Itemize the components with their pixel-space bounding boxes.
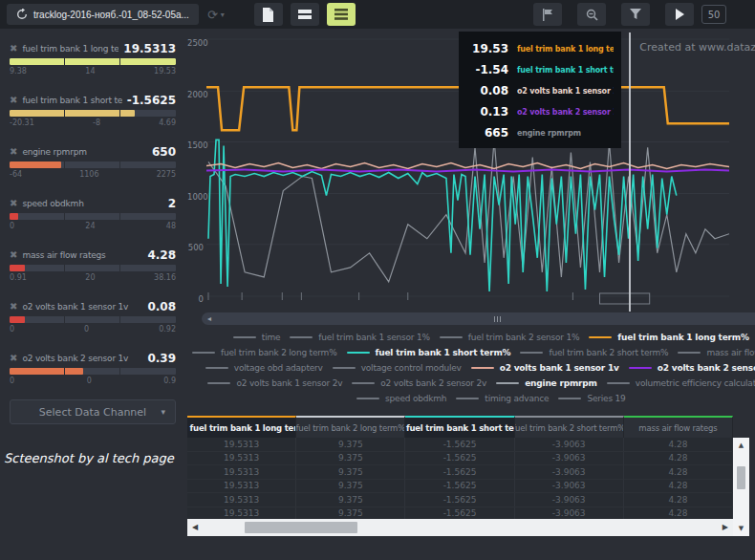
filter-button[interactable] <box>621 3 650 26</box>
scroll-grip-handle[interactable] <box>494 316 501 322</box>
y-axis-left-tick: 2500 <box>187 38 204 48</box>
channel-card-engine-rpm: ✖ engine rpmrpm 650 -6411062275 <box>10 140 176 180</box>
series-swatch <box>290 336 313 338</box>
chart-range-scrollbar[interactable]: ◂ ▸ <box>202 312 755 325</box>
select-data-channel-dropdown[interactable]: Select Data Channel ▾ <box>10 399 176 424</box>
table-horizontal-scrollbar[interactable]: ◀ ▶ <box>187 519 733 536</box>
legend-item[interactable]: o2 volts bank 1 sensor 1v <box>471 363 619 373</box>
scale-max: 38.16 <box>154 273 176 282</box>
column-header[interactable]: fuel trim bank 2 short term% <box>515 416 624 438</box>
close-icon[interactable]: ✖ <box>10 302 17 312</box>
series-swatch <box>347 352 370 354</box>
scroll-up-icon[interactable]: ▲ <box>739 438 744 453</box>
channel-card-o2-b2s1: ✖ o2 volts bank 2 sensor 1v 0.39 000.9 <box>10 346 176 386</box>
scroll-down-icon[interactable]: ▼ <box>739 521 744 536</box>
y-axis-left-tick: 0 <box>187 294 204 304</box>
legend-item[interactable]: speed obdkmh <box>356 394 446 403</box>
tooltip-label: o2 volts bank 2 sensor 1v <box>517 108 614 117</box>
channel-gauge <box>10 213 176 220</box>
scale-min: -64 <box>10 170 22 179</box>
legend-item[interactable]: fuel trim bank 2 sensor 1% <box>440 333 580 342</box>
scale-min: 0 <box>10 325 14 334</box>
filter-icon <box>630 9 641 20</box>
gauge-fill <box>10 265 25 271</box>
watermark-text: Scteenshot by al tech page <box>4 451 187 465</box>
channel-gauge <box>10 265 176 271</box>
column-header[interactable]: ✔fuel trim bank 1 long ter... <box>187 416 296 438</box>
report-view-button[interactable] <box>254 3 283 26</box>
created-at-text: Created at www.datazap.me <box>639 41 755 54</box>
zoom-out-button[interactable] <box>577 3 606 26</box>
close-icon[interactable]: ✖ <box>10 354 17 363</box>
series-swatch <box>192 352 215 354</box>
flag-button[interactable] <box>533 3 562 26</box>
tooltip-label: o2 volts bank 1 sensor 1v <box>517 87 614 96</box>
legend-item[interactable]: o2 volts bank 2 sensor 2v <box>352 378 486 388</box>
scale-min: 0.91 <box>10 273 27 282</box>
series-swatch <box>589 336 612 338</box>
channel-card-maf: ✖ mass air flow rategs 4.28 0.912038.16 <box>10 243 176 283</box>
tooltip-value: 0.13 <box>464 105 508 118</box>
legend-item[interactable]: fuel trim bank 1 short term% <box>347 348 511 357</box>
play-button[interactable] <box>665 3 694 26</box>
legend-item[interactable]: time <box>233 333 281 342</box>
series-swatch <box>496 382 519 384</box>
series-swatch <box>233 336 256 338</box>
sidebar: ✖ fuel trim bank 1 long term% 19.5313 9.… <box>0 29 187 560</box>
close-icon[interactable]: ✖ <box>10 147 17 157</box>
legend-item[interactable]: fuel trim bank 2 short term% <box>520 348 668 357</box>
close-icon[interactable]: ✖ <box>10 96 17 105</box>
data-view-button[interactable] <box>327 3 356 26</box>
legend-item[interactable]: fuel trim bank 1 sensor 1% <box>290 333 430 342</box>
scroll-left-icon[interactable]: ◂ <box>202 315 217 323</box>
vertical-scroll-thumb[interactable] <box>737 466 745 489</box>
log-title-button[interactable]: tracklog-2016-нояб.-01_08-52-05a... <box>7 4 199 25</box>
legend-item[interactable]: mass air flow rategs <box>678 348 755 357</box>
table-vertical-scrollbar[interactable]: ▲ ▼ <box>733 438 749 536</box>
scroll-right-icon[interactable]: ▶ <box>723 524 728 531</box>
legend-item[interactable]: o2 volts bank 2 sensor 1v <box>629 363 755 373</box>
series-o2-bank2 <box>206 170 729 172</box>
legend-item[interactable]: fuel trim bank 2 long term% <box>192 348 337 357</box>
series-swatch <box>456 398 479 399</box>
table-row: 19.53139.375-1.5625-3.90634.28 <box>187 465 733 480</box>
series-swatch <box>520 352 543 354</box>
column-header[interactable]: mass air flow rategs <box>624 416 733 438</box>
scale-mid: -8 <box>93 118 100 127</box>
column-header[interactable]: fuel trim bank 2 long term% <box>296 416 405 438</box>
legend-item[interactable]: voltage control modulev <box>333 363 462 373</box>
close-icon[interactable]: ✖ <box>10 250 17 260</box>
list-view-button[interactable] <box>291 3 319 26</box>
chart[interactable]: 2500 2000 1500 1000 500 0 20 10 0 -10 -2… <box>187 29 755 317</box>
channel-label: o2 volts bank 2 sensor 1v <box>22 354 142 363</box>
page-size-input[interactable]: 50 <box>701 5 726 24</box>
scale-max: 4.69 <box>159 118 176 127</box>
horizontal-scroll-thumb[interactable] <box>245 522 357 533</box>
legend-item[interactable]: timing advance <box>456 394 549 403</box>
refresh-button[interactable]: ⟳ ▾ <box>199 8 233 22</box>
select-data-channel-label: Select Data Channel <box>39 406 146 419</box>
channel-label: speed obdkmh <box>22 199 162 208</box>
legend-item[interactable]: o2 volts bank 1 sensor 2v <box>207 378 342 388</box>
tooltip-label: fuel trim bank 1 short term% <box>517 66 614 75</box>
table-row: 19.53139.375-1.5625-3.90634.28 <box>187 480 733 494</box>
channel-label: fuel trim bank 1 long term% <box>22 44 119 54</box>
scroll-left-icon[interactable]: ◀ <box>192 524 198 531</box>
scale-mid: 20 <box>85 273 95 282</box>
legend-item[interactable]: Series 19 <box>558 394 625 403</box>
legend-item[interactable]: voltage obd adapterv <box>205 363 323 373</box>
close-icon[interactable]: ✖ <box>10 44 17 54</box>
close-icon[interactable]: ✖ <box>10 199 17 208</box>
share-icon <box>16 9 28 20</box>
topbar: tracklog-2016-нояб.-01_08-52-05a... ⟳ ▾ <box>0 0 755 29</box>
data-table: ✔fuel trim bank 1 long ter... fuel trim … <box>187 416 749 536</box>
datazap-app: tracklog-2016-нояб.-01_08-52-05a... ⟳ ▾ <box>0 0 755 560</box>
y-axis-left-tick: 2000 <box>187 90 204 99</box>
column-header[interactable]: ✔fuel trim bank 1 short ter... <box>405 416 514 438</box>
legend-item[interactable]: volumetric efficiency calculated% <box>607 378 755 388</box>
rows-icon <box>298 9 312 20</box>
legend-item[interactable]: engine rpmrpm <box>496 378 597 388</box>
legend-item[interactable]: fuel trim bank 1 long term% <box>589 333 749 342</box>
gauge-fill <box>10 162 61 168</box>
channel-label: fuel trim bank 1 short term% <box>22 96 121 105</box>
